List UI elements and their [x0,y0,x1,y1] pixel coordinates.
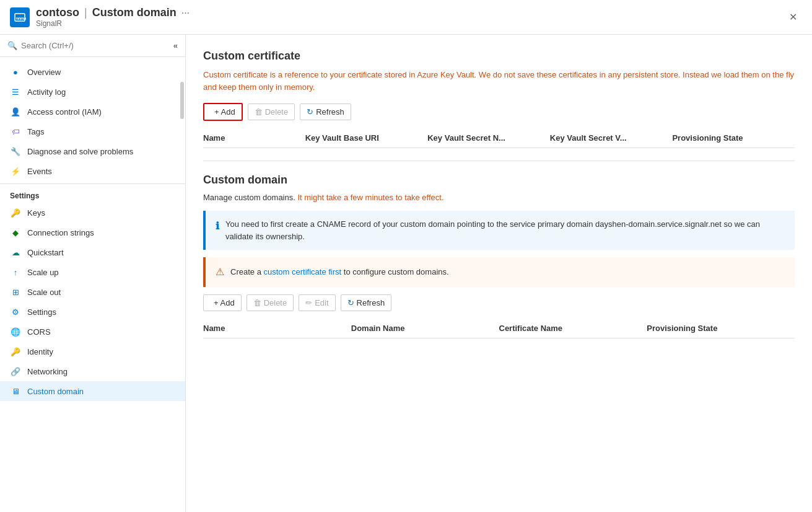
info-icon: ℹ [216,219,219,234]
cert-col-vault-uri: Key Vault Base URI [305,133,428,143]
domain-table-header: Name Domain Name Certificate Name Provis… [203,319,795,338]
page-header: www contoso | Custom domain ··· SignalR … [0,0,812,35]
domain-col-domain-name: Domain Name [351,324,499,333]
domain-col-provisioning: Provisioning State [647,324,795,333]
sidebar-item-label: Diagnose and solve problems [27,147,133,156]
sidebar-item-label: Tags [27,127,44,136]
sidebar-item-label: Networking [27,367,68,376]
tags-icon: 🏷 [10,126,21,137]
scrollbar-thumb [180,82,184,119]
warning-text: Create a custom certificate first to con… [230,266,449,278]
settings-section-header: Settings [0,183,185,203]
cert-col-secret-name: Key Vault Secret N... [427,133,550,143]
close-button[interactable]: ✕ [784,9,802,25]
cert-refresh-button[interactable]: ↻ Refresh [300,104,351,120]
resource-name: contoso [36,6,79,19]
sidebar-item-identity[interactable]: 🔑 Identity [0,342,185,361]
domain-toolbar: + Add 🗑 Delete ✏ Edit ↻ Refresh [203,294,795,311]
edit-icon: ✏ [305,298,312,307]
cert-add-button[interactable]: + Add [203,103,243,121]
cors-icon: 🌐 [10,326,21,337]
trash-icon: 🗑 [255,107,263,117]
sidebar-item-quickstart[interactable]: ☁ Quickstart [0,242,185,262]
sidebar-item-networking[interactable]: 🔗 Networking [0,361,185,381]
refresh-icon: ↻ [307,107,313,117]
networking-icon: 🔗 [10,366,21,377]
sidebar-item-label: Settings [27,307,56,317]
overview-icon: ● [10,66,21,77]
sidebar-item-events[interactable]: ⚡ Events [0,161,185,181]
info-message: You need to first create a CNAME record … [225,218,785,242]
sidebar-item-label: Overview [27,68,61,77]
cert-col-provisioning: Provisioning State [672,133,795,143]
sidebar-item-label: Keys [27,208,45,218]
page-title: Custom domain [92,6,177,19]
domain-add-button[interactable]: + Add [203,294,242,311]
sidebar: 🔍 « ● Overview ☰ Activity log 👤 A [0,35,186,512]
sidebar-item-diagnose[interactable]: 🔧 Diagnose and solve problems [0,141,185,161]
sidebar-item-label: Access control (IAM) [27,107,102,117]
warning-link[interactable]: custom certificate first [263,267,341,276]
search-wrapper: 🔍 « [0,35,185,57]
cert-section-desc: Custom certificate is a reference to you… [203,69,795,93]
scale-up-icon: ↑ [10,267,21,278]
warning-icon: ⚠ [216,265,224,280]
sidebar-item-label: Activity log [27,87,66,97]
sidebar-item-access-control[interactable]: 👤 Access control (IAM) [0,102,185,121]
cert-toolbar: + Add 🗑 Delete ↻ Refresh [203,103,795,121]
domain-col-name: Name [203,324,351,333]
cert-warning-banner: ⚠ Create a custom certificate first to c… [203,257,795,287]
domain-edit-button[interactable]: ✏ Edit [299,294,335,311]
main-content: Custom certificate Custom certificate is… [186,35,812,512]
sidebar-nav: ● Overview ☰ Activity log 👤 Access contr… [0,57,185,406]
cert-delete-button[interactable]: 🗑 Delete [248,104,295,120]
sidebar-item-tags[interactable]: 🏷 Tags [0,121,185,141]
sidebar-item-activity-log[interactable]: ☰ Activity log [0,82,185,102]
sidebar-item-label: CORS [27,327,51,337]
custom-domain-icon: 🖥 [10,386,21,397]
www-icon: www [14,11,26,24]
sidebar-item-label: Connection strings [27,228,94,237]
cname-info-banner: ℹ You need to first create a CNAME recor… [203,211,795,250]
keys-icon: 🔑 [10,207,21,218]
resource-icon: www [10,7,30,27]
sidebar-item-label: Events [27,167,52,176]
domain-section-title: Custom domain [203,174,795,187]
cert-section-title: Custom certificate [203,50,795,63]
events-icon: ⚡ [10,166,21,177]
sidebar-item-cors[interactable]: 🌐 CORS [0,322,185,342]
cert-table-header: Name Key Vault Base URI Key Vault Secret… [203,128,795,148]
cert-col-name: Name [203,133,305,143]
sidebar-item-keys[interactable]: 🔑 Keys [0,203,185,223]
svg-text:www: www [15,16,26,20]
collapse-sidebar-button[interactable]: « [173,41,178,50]
quickstart-icon: ☁ [10,247,21,258]
sidebar-item-connection-strings[interactable]: ◆ Connection strings [0,223,185,242]
refresh-icon: ↻ [347,298,354,307]
sidebar-item-overview[interactable]: ● Overview [0,62,185,82]
search-input[interactable] [21,41,170,50]
activity-log-icon: ☰ [10,86,21,97]
sidebar-item-label: Custom domain [27,387,84,396]
header-separator: | [84,6,87,19]
sidebar-item-label: Scale out [27,288,61,297]
sidebar-item-settings[interactable]: ⚙ Settings [0,302,185,322]
cert-col-secret-version: Key Vault Secret V... [550,133,673,143]
domain-delete-button[interactable]: 🗑 Delete [247,294,294,311]
sidebar-item-label: Quickstart [27,248,64,257]
sidebar-item-label: Scale up [27,268,59,277]
sidebar-item-label: Identity [27,347,53,356]
access-control-icon: 👤 [10,106,21,117]
cert-section: Custom certificate Custom certificate is… [203,50,795,148]
header-text: contoso | Custom domain ··· SignalR [36,6,190,28]
domain-refresh-button[interactable]: ↻ Refresh [341,294,392,311]
domain-section: Custom domain Manage custom domains. It … [203,174,795,338]
header-ellipsis[interactable]: ··· [181,7,190,19]
identity-icon: 🔑 [10,346,21,357]
sidebar-item-scale-up[interactable]: ↑ Scale up [0,262,185,282]
diagnose-icon: 🔧 [10,146,21,157]
settings-icon: ⚙ [10,306,21,317]
sidebar-item-scale-out[interactable]: ⊞ Scale out [0,282,185,302]
trash-icon: 🗑 [253,298,261,307]
sidebar-item-custom-domain[interactable]: 🖥 Custom domain [0,381,185,401]
